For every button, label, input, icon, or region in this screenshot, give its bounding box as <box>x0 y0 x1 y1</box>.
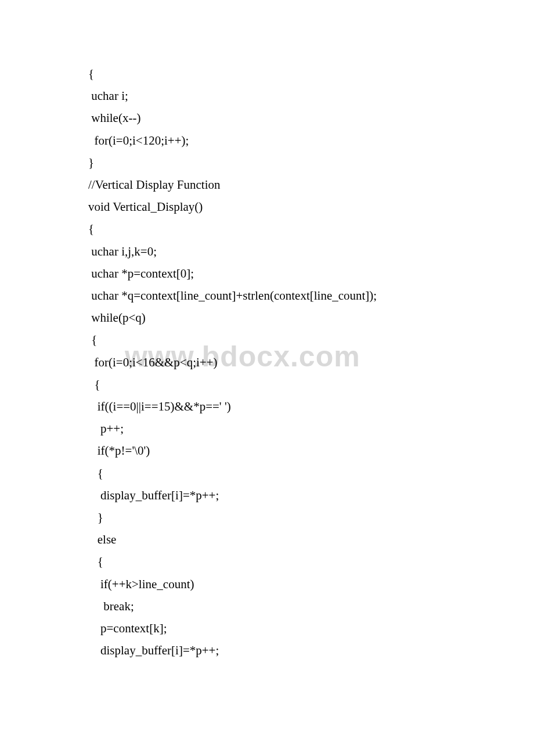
code-line: else <box>88 528 534 550</box>
code-line: p=context[k]; <box>88 617 534 639</box>
code-line: while(x--) <box>88 107 534 129</box>
code-line: { <box>88 63 534 85</box>
code-line: //Vertical Display Function <box>88 174 534 196</box>
code-line: if((i==0||i==15)&&*p==' ') <box>88 395 534 417</box>
code-line: uchar *p=context[0]; <box>88 262 534 285</box>
code-line: { <box>88 373 534 395</box>
code-line: uchar i,j,k=0; <box>88 240 534 262</box>
code-line: display_buffer[i]=*p++; <box>88 639 534 661</box>
code-line: if(*p!='\0') <box>88 440 534 462</box>
code-line: uchar *q=context[line_count]+strlen(cont… <box>88 285 534 307</box>
code-line: while(p<q) <box>88 307 534 329</box>
code-block: { uchar i; while(x--) for(i=0;i<120;i++)… <box>88 63 534 661</box>
code-line: for(i=0;i<16&&p<q;i++) <box>88 351 534 373</box>
code-line: { <box>88 329 534 351</box>
code-line: void Vertical_Display() <box>88 196 534 218</box>
code-line: { <box>88 550 534 573</box>
code-line: { <box>88 218 534 240</box>
code-line: } <box>88 152 534 174</box>
code-line: p++; <box>88 417 534 440</box>
code-line: display_buffer[i]=*p++; <box>88 484 534 506</box>
code-line: if(++k>line_count) <box>88 573 534 595</box>
code-line: break; <box>88 595 534 617</box>
code-line: } <box>88 506 534 528</box>
code-line: uchar i; <box>88 85 534 107</box>
code-line: for(i=0;i<120;i++); <box>88 129 534 152</box>
code-line: { <box>88 462 534 484</box>
